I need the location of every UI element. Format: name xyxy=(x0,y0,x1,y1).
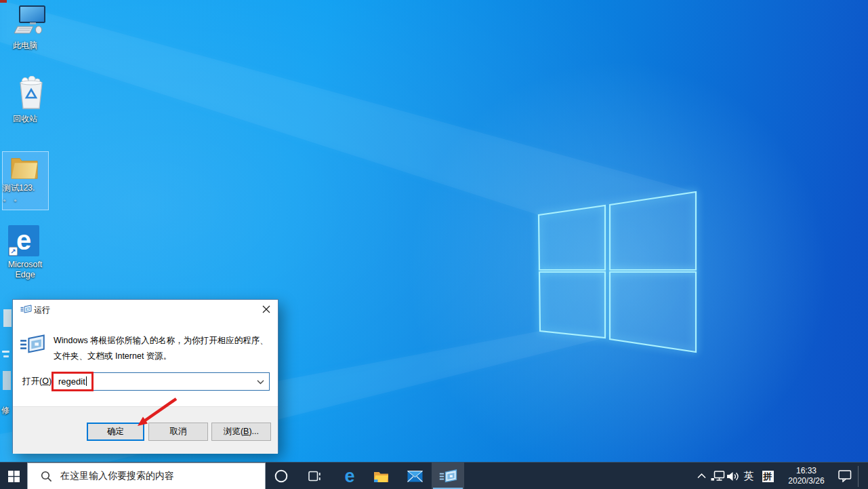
desktop-icon-recycle-bin[interactable]: 回收站 xyxy=(0,76,50,124)
ime-language-indicator[interactable]: 英 xyxy=(740,463,758,489)
desktop-icon-label: 此电脑 xyxy=(0,41,50,51)
clock-time: 16:33 xyxy=(796,466,817,476)
tray-volume-button[interactable] xyxy=(725,463,741,489)
browse-button-label: 浏览(B)... xyxy=(224,426,259,437)
ime-language-label: 英 xyxy=(744,470,754,483)
edge-label-line1: Microsoft xyxy=(0,260,50,270)
shortcut-arrow-glyph: ↗ xyxy=(10,248,16,255)
tray-network-button[interactable] xyxy=(709,463,726,489)
taskbar: 在这里输入你要搜索的内容 e xyxy=(0,462,868,489)
taskbar-mail-button[interactable] xyxy=(400,463,429,489)
desktop-screen: 此电脑 回收站 测试123. 。。 e ↗ Microsoft Edge xyxy=(0,0,868,489)
text-caret xyxy=(86,376,87,386)
folder-icon xyxy=(10,155,39,180)
hidden-label-fragment xyxy=(3,355,9,357)
browse-post: )... xyxy=(249,427,259,436)
speaker-icon xyxy=(726,471,740,482)
cancel-button[interactable]: 取消 xyxy=(148,423,208,441)
taskbar-edge-button[interactable]: e xyxy=(335,463,364,489)
open-label-pre: 打开( xyxy=(22,376,42,386)
search-placeholder: 在这里输入你要搜索的内容 xyxy=(60,470,174,482)
ime-mode-box: 拼 xyxy=(762,471,774,482)
task-view-icon xyxy=(308,470,321,482)
file-explorer-icon xyxy=(373,470,389,483)
cortana-icon xyxy=(274,469,289,484)
desktop-icon-label: 回收站 xyxy=(0,114,50,124)
logo-pane-top-left xyxy=(539,206,605,270)
run-dialog: 运行 Windows 将根据你所输入的名称，为你打开相应的程序、 文件夹、文档或… xyxy=(12,299,278,453)
close-button[interactable] xyxy=(255,300,278,319)
cancel-button-label: 取消 xyxy=(170,426,187,437)
browse-button[interactable]: 浏览(B)... xyxy=(211,423,271,441)
edge-icon: e xyxy=(16,225,31,255)
hidden-icon-label-fragment: 修 xyxy=(1,406,12,416)
browse-pre: 浏览( xyxy=(224,427,243,436)
desktop-icon-edge-label[interactable]: Microsoft Edge xyxy=(0,260,50,280)
open-field-label: 打开(O): xyxy=(22,376,54,387)
dialog-description: Windows 将根据你所输入的名称，为你打开相应的程序、 文件夹、文档或 In… xyxy=(54,333,270,364)
light-ray-top xyxy=(0,0,696,215)
taskbar-search-input[interactable]: 在这里输入你要搜索的内容 xyxy=(27,463,266,489)
ime-mode-label: 拼 xyxy=(764,471,772,482)
taskbar-file-explorer-button[interactable] xyxy=(367,463,395,489)
this-pc-icon xyxy=(14,5,46,37)
shortcut-arrow-icon: ↗ xyxy=(9,247,18,256)
hidden-icon-fragment xyxy=(3,371,11,390)
edge-label-line2: Edge xyxy=(0,270,50,280)
run-dialog-footer: 确定 取消 浏览(B)... xyxy=(13,406,278,454)
task-view-button[interactable] xyxy=(300,463,329,489)
close-icon xyxy=(262,305,270,313)
description-line2: 文件夹、文档或 Internet 资源。 xyxy=(54,349,270,364)
chevron-down-icon[interactable] xyxy=(257,380,264,385)
run-dialog-titlebar[interactable]: 运行 xyxy=(13,300,278,319)
hidden-label-fragment xyxy=(2,351,9,353)
action-center-button[interactable] xyxy=(833,463,856,489)
tray-show-hidden-icons-button[interactable] xyxy=(694,463,709,489)
show-desktop-divider[interactable] xyxy=(858,466,859,487)
ime-mode-indicator[interactable]: 拼 xyxy=(759,463,777,489)
windows-start-icon xyxy=(8,471,20,482)
search-icon xyxy=(41,471,52,482)
chevron-up-icon xyxy=(697,473,706,479)
mail-icon xyxy=(407,471,423,482)
ok-button[interactable]: 确定 xyxy=(87,423,144,441)
desktop-icon-this-pc[interactable]: 此电脑 xyxy=(0,5,50,51)
run-icon-large xyxy=(20,334,45,355)
network-icon xyxy=(711,471,725,482)
run-dialog-body: Windows 将根据你所输入的名称，为你打开相应的程序、 文件夹、文档或 In… xyxy=(13,319,278,406)
input-value: regedit xyxy=(58,376,87,387)
open-label-mnemonic: O xyxy=(42,376,49,386)
description-line1: Windows 将根据你所输入的名称，为你打开相应的程序、 xyxy=(54,333,270,349)
logo-pane-bottom-right xyxy=(610,272,696,352)
run-app-icon xyxy=(439,469,457,484)
run-icon xyxy=(20,305,32,314)
ok-button-label: 确定 xyxy=(107,426,124,437)
cortana-button[interactable] xyxy=(267,463,295,489)
corner-red-artifact xyxy=(0,0,7,3)
dialog-title: 运行 xyxy=(34,305,50,316)
desktop-icon-label: 测试123. xyxy=(3,183,48,193)
action-center-icon xyxy=(838,470,852,482)
hidden-icon-fragment xyxy=(3,309,12,327)
taskbar-clock[interactable]: 16:33 2020/3/26 xyxy=(781,463,832,489)
start-button[interactable] xyxy=(0,463,27,489)
desktop-icon-label-line2: 。。 xyxy=(3,193,48,203)
edge-icon: e xyxy=(344,466,354,487)
desktop-icon-test-folder[interactable]: 测试123. 。。 xyxy=(2,151,49,210)
recycle-bin-icon xyxy=(18,76,45,110)
logo-pane-bottom-left xyxy=(539,272,605,338)
taskbar-run-app-button[interactable] xyxy=(432,463,464,489)
run-command-input[interactable]: regedit xyxy=(53,372,270,391)
input-text: regedit xyxy=(58,376,85,387)
logo-pane-top-right xyxy=(610,192,696,270)
clock-date: 2020/3/26 xyxy=(788,476,824,486)
